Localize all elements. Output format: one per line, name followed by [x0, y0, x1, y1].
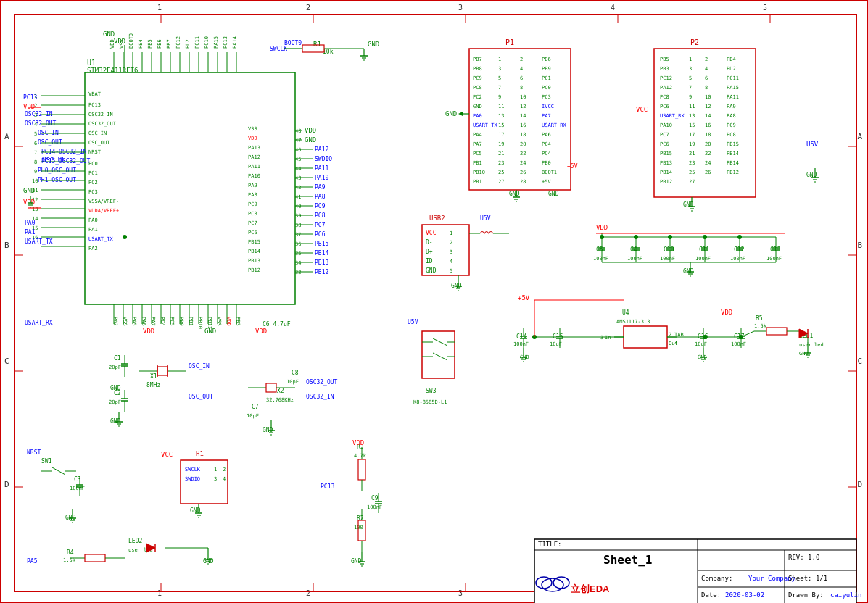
svg-text:40: 40 [295, 204, 301, 209]
svg-text:PB14: PB14 [248, 249, 260, 254]
svg-text:4: 4 [520, 66, 523, 72]
svg-text:100nF: 100nF [627, 256, 642, 262]
svg-text:PB1: PB1 [473, 160, 482, 166]
svg-text:32.768KHz: 32.768KHz [266, 397, 294, 403]
svg-text:12: 12 [705, 104, 711, 109]
svg-text:GND: GND [509, 191, 520, 197]
svg-text:BOOT0: BOOT0 [128, 33, 134, 49]
svg-text:BOOT1: BOOT1 [542, 170, 557, 175]
svg-text:PC11: PC11 [727, 75, 739, 81]
svg-point-642 [703, 235, 707, 239]
svg-text:PC2: PC2 [473, 94, 482, 100]
svg-text:PB15: PB15 [660, 151, 672, 157]
svg-rect-433 [157, 367, 168, 375]
svg-text:PC11: PC11 [194, 36, 200, 49]
svg-text:13: 13 [32, 207, 38, 212]
svg-text:NRST: NRST [88, 149, 102, 155]
svg-text:5: 5 [689, 75, 692, 81]
svg-point-640 [634, 235, 638, 239]
svg-text:21: 21 [689, 151, 695, 157]
svg-text:10pF: 10pF [247, 413, 259, 419]
svg-text:PB10: PB10 [473, 170, 485, 175]
svg-text:OSC_OUT: OSC_OUT [189, 394, 213, 400]
svg-text:PB3: PB3 [235, 317, 241, 326]
svg-text:PA15: PA15 [727, 85, 739, 91]
svg-text:PA6: PA6 [141, 317, 146, 326]
svg-text:PD2: PD2 [727, 66, 736, 72]
svg-text:LED2: LED2 [128, 538, 142, 544]
svg-text:PB5: PB5 [660, 57, 669, 62]
svg-text:PA8: PA8 [248, 192, 257, 198]
svg-text:VDD: VDD [255, 328, 267, 335]
svg-text:PC7: PC7 [660, 132, 669, 138]
svg-text:GND: GND [445, 110, 457, 117]
svg-text:X2: X2 [277, 388, 284, 394]
svg-text:1: 1 [450, 230, 452, 236]
svg-text:USART_RX: USART_RX [25, 320, 53, 326]
svg-text:C1: C1 [114, 355, 121, 362]
svg-rect-476 [624, 326, 667, 348]
svg-text:VCC: VCC [426, 230, 437, 236]
svg-text:C9: C9 [371, 495, 379, 502]
svg-text:100nF: 100nF [593, 256, 608, 262]
svg-text:7: 7 [689, 85, 692, 91]
svg-text:PA4: PA4 [473, 132, 482, 138]
svg-text:PA5: PA5 [131, 317, 137, 326]
svg-text:Drawn By:: Drawn By: [788, 591, 824, 599]
svg-text:PC8: PC8 [473, 85, 482, 91]
svg-text:PA0: PA0 [25, 220, 36, 226]
svg-text:PC7: PC7 [315, 222, 326, 228]
svg-text:14: 14 [520, 113, 526, 119]
svg-text:R4: R4 [67, 549, 74, 556]
svg-text:VDD: VDD [596, 224, 608, 231]
svg-text:PB13: PB13 [660, 160, 672, 166]
svg-text:17: 17 [689, 132, 695, 138]
svg-text:PA12: PA12 [248, 154, 260, 160]
svg-text:10uF: 10uF [695, 341, 707, 347]
svg-text:PA7: PA7 [150, 317, 156, 326]
svg-text:D+: D+ [426, 249, 433, 255]
svg-text:PA0: PA0 [88, 217, 98, 223]
svg-point-641 [668, 235, 672, 239]
svg-text:R5: R5 [756, 315, 763, 322]
svg-text:PA6: PA6 [542, 132, 551, 138]
svg-text:1: 1 [214, 467, 217, 473]
svg-text:+5V: +5V [518, 294, 530, 302]
svg-text:PC9: PC9 [315, 203, 326, 209]
svg-text:PA13: PA13 [248, 145, 260, 151]
svg-text:X1: X1 [150, 373, 157, 380]
svg-text:11: 11 [498, 104, 504, 109]
svg-text:U1: U1 [87, 59, 96, 67]
svg-text:PB12: PB12 [727, 170, 739, 175]
svg-text:33: 33 [295, 270, 301, 275]
svg-text:10: 10 [520, 94, 526, 100]
svg-text:U5V: U5V [806, 141, 819, 148]
svg-text:8MHz: 8MHz [146, 382, 160, 388]
svg-text:GND: GND [23, 187, 35, 194]
svg-text:6: 6 [34, 141, 37, 146]
svg-rect-601 [85, 554, 105, 562]
svg-text:34: 34 [295, 260, 301, 266]
svg-text:39: 39 [295, 213, 301, 219]
svg-text:PA3: PA3 [112, 317, 118, 326]
svg-text:22: 22 [520, 151, 526, 157]
svg-text:USART_RX: USART_RX [542, 122, 567, 128]
svg-text:20pF: 20pF [109, 365, 121, 370]
svg-text:PC9: PC9 [727, 122, 736, 128]
svg-text:U5V: U5V [480, 215, 491, 222]
svg-text:PB13: PB13 [248, 258, 260, 264]
svg-text:C8: C8 [292, 370, 299, 376]
svg-text:48: 48 [295, 128, 301, 134]
svg-rect-0 [15, 14, 856, 591]
svg-text:PC3: PC3 [88, 189, 98, 195]
svg-text:PC6: PC6 [248, 230, 257, 236]
svg-text:42: 42 [295, 185, 301, 191]
svg-text:8: 8 [34, 159, 37, 165]
svg-text:SWDIO: SWDIO [315, 156, 332, 162]
svg-text:PB0: PB0 [542, 160, 551, 166]
svg-text:27: 27 [689, 179, 695, 185]
svg-text:23: 23 [498, 160, 504, 166]
svg-text:100nF: 100nF [513, 341, 529, 347]
svg-text:PA9: PA9 [315, 184, 326, 191]
svg-text:USART_TX: USART_TX [473, 122, 498, 128]
